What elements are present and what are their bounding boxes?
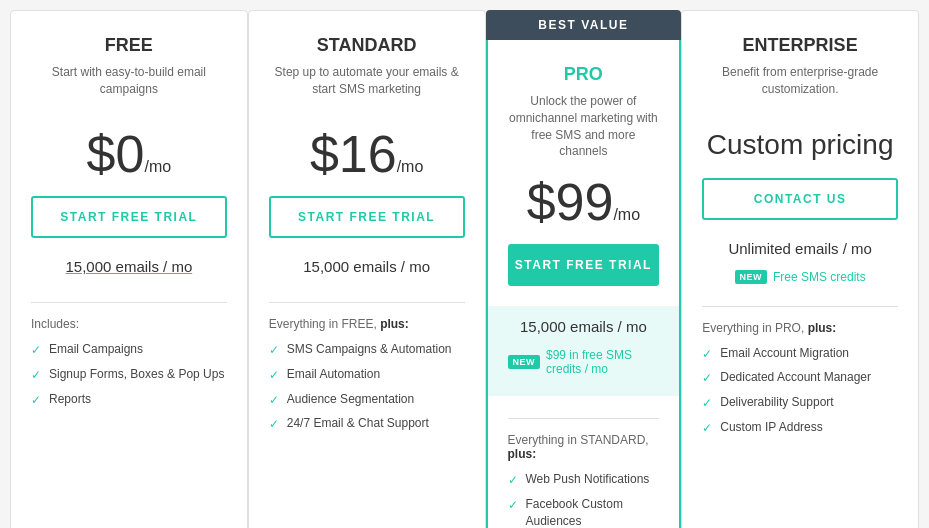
- check-icon: ✓: [269, 342, 279, 359]
- plan-description: Benefit from enterprise-grade customizat…: [702, 64, 898, 112]
- pricing-container: FREE Start with easy-to-build email camp…: [10, 10, 919, 528]
- emails-text: Unlimited emails / mo: [728, 240, 871, 257]
- list-item: ✓SMS Campaigns & Automation: [269, 341, 465, 359]
- plan-description: Unlock the power of omnichannel marketin…: [508, 93, 660, 160]
- plan-name: ENTERPRISE: [702, 35, 898, 56]
- price-amount: $99: [527, 173, 614, 231]
- price-period: /mo: [144, 158, 171, 175]
- list-item: ✓Signup Forms, Boxes & Pop Ups: [31, 366, 227, 384]
- new-badge: NEW: [508, 355, 541, 369]
- sms-row: NEW $99 in free SMS credits / mo: [508, 348, 660, 376]
- check-icon: ✓: [31, 392, 41, 409]
- cta-button[interactable]: START FREE TRIAL: [508, 244, 660, 286]
- check-icon: ✓: [508, 472, 518, 489]
- divider: [702, 306, 898, 307]
- divider: [269, 302, 465, 303]
- feature-list: ✓Web Push Notifications✓Facebook Custom …: [508, 471, 660, 528]
- price-period: /mo: [613, 206, 640, 223]
- pro-wrapper: BEST VALUE PRO Unlock the power of omnic…: [486, 10, 682, 528]
- feature-text: SMS Campaigns & Automation: [287, 341, 452, 358]
- list-item: ✓Web Push Notifications: [508, 471, 660, 489]
- price-block: $16/mo: [269, 128, 465, 180]
- list-item: ✓24/7 Email & Chat Support: [269, 415, 465, 433]
- sms-text: $99 in free SMS credits / mo: [546, 348, 659, 376]
- check-icon: ✓: [702, 370, 712, 387]
- list-item: ✓Email Campaigns: [31, 341, 227, 359]
- feature-list: ✓Email Account Migration✓Dedicated Accou…: [702, 345, 898, 444]
- list-item: ✓Deliverability Support: [702, 394, 898, 412]
- plan-card-enterprise: ENTERPRISE Benefit from enterprise-grade…: [681, 10, 919, 528]
- check-icon: ✓: [702, 346, 712, 363]
- includes-label: Everything in STANDARD, plus:: [508, 433, 660, 461]
- feature-text: Deliverability Support: [720, 394, 833, 411]
- emails-highlight: 15,000 emails / mo NEW $99 in free SMS c…: [488, 306, 680, 396]
- emails-text: 15,000 emails / mo: [303, 258, 430, 275]
- emails-text: 15,000 emails / mo: [66, 258, 193, 275]
- price-block: $0/mo: [31, 128, 227, 180]
- feature-text: Dedicated Account Manager: [720, 369, 871, 386]
- plan-card-pro: PRO Unlock the power of omnichannel mark…: [486, 40, 682, 528]
- price-block: Custom pricing: [702, 128, 898, 162]
- list-item: ✓Dedicated Account Manager: [702, 369, 898, 387]
- list-item: ✓Email Account Migration: [702, 345, 898, 363]
- feature-text: 24/7 Email & Chat Support: [287, 415, 429, 432]
- cta-button[interactable]: START FREE TRIAL: [269, 196, 465, 238]
- emails-block: 15,000 emails / mo: [508, 318, 660, 336]
- plan-name: PRO: [508, 64, 660, 85]
- check-icon: ✓: [269, 367, 279, 384]
- check-icon: ✓: [31, 342, 41, 359]
- feature-text: Signup Forms, Boxes & Pop Ups: [49, 366, 224, 383]
- cta-button[interactable]: CONTACT US: [702, 178, 898, 220]
- list-item: ✓Facebook Custom Audiences: [508, 496, 660, 528]
- check-icon: ✓: [269, 416, 279, 433]
- feature-text: Email Account Migration: [720, 345, 849, 362]
- plan-description: Start with easy-to-build email campaigns: [31, 64, 227, 112]
- divider: [508, 418, 660, 419]
- cta-button[interactable]: START FREE TRIAL: [31, 196, 227, 238]
- feature-text: Email Campaigns: [49, 341, 143, 358]
- plan-description: Step up to automate your emails & start …: [269, 64, 465, 112]
- divider: [31, 302, 227, 303]
- plan-card-free: FREE Start with easy-to-build email camp…: [10, 10, 248, 528]
- check-icon: ✓: [508, 497, 518, 514]
- sms-row: NEW Free SMS credits: [702, 270, 898, 284]
- feature-text: Facebook Custom Audiences: [526, 496, 660, 528]
- feature-text: Email Automation: [287, 366, 380, 383]
- new-badge: NEW: [735, 270, 768, 284]
- list-item: ✓Reports: [31, 391, 227, 409]
- sms-text: Free SMS credits: [773, 270, 866, 284]
- feature-text: Web Push Notifications: [526, 471, 650, 488]
- includes-label: Everything in PRO, plus:: [702, 321, 898, 335]
- price-amount: $0: [87, 125, 145, 183]
- feature-list: ✓SMS Campaigns & Automation✓Email Automa…: [269, 341, 465, 440]
- feature-text: Custom IP Address: [720, 419, 823, 436]
- price-custom: Custom pricing: [702, 128, 898, 162]
- plan-name: STANDARD: [269, 35, 465, 56]
- emails-block: 15,000 emails / mo: [269, 258, 465, 276]
- price-block: $99/mo: [508, 176, 660, 228]
- feature-text: Reports: [49, 391, 91, 408]
- check-icon: ✓: [702, 420, 712, 437]
- includes-label: Everything in FREE, plus:: [269, 317, 465, 331]
- check-icon: ✓: [702, 395, 712, 412]
- list-item: ✓Custom IP Address: [702, 419, 898, 437]
- best-value-banner: BEST VALUE: [486, 10, 682, 40]
- feature-list: ✓Email Campaigns✓Signup Forms, Boxes & P…: [31, 341, 227, 415]
- includes-label: Includes:: [31, 317, 227, 331]
- list-item: ✓Audience Segmentation: [269, 391, 465, 409]
- check-icon: ✓: [31, 367, 41, 384]
- price-period: /mo: [397, 158, 424, 175]
- list-item: ✓Email Automation: [269, 366, 465, 384]
- feature-text: Audience Segmentation: [287, 391, 414, 408]
- plan-name: FREE: [31, 35, 227, 56]
- plan-card-standard: STANDARD Step up to automate your emails…: [248, 10, 486, 528]
- check-icon: ✓: [269, 392, 279, 409]
- emails-block: Unlimited emails / mo: [702, 240, 898, 258]
- emails-text: 15,000 emails / mo: [520, 318, 647, 335]
- price-amount: $16: [310, 125, 397, 183]
- emails-block: 15,000 emails / mo: [31, 258, 227, 276]
